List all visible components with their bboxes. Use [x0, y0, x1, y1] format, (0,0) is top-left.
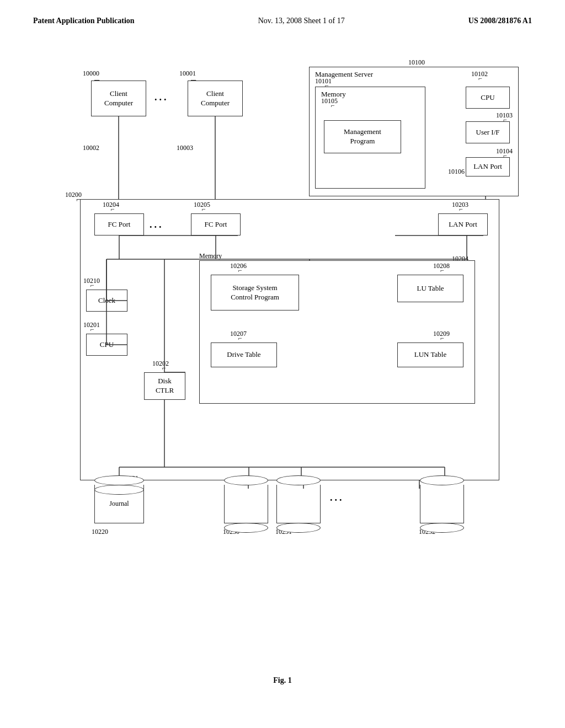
- drive-table-box: Drive Table: [211, 342, 277, 367]
- header-center: Nov. 13, 2008 Sheet 1 of 17: [258, 17, 345, 25]
- ref-10220: 10220: [92, 528, 108, 536]
- ref-10002: 10002: [83, 144, 99, 152]
- page-header: Patent Application Publication Nov. 13, …: [33, 17, 532, 25]
- disk-ctlr-box: Disk CTLR: [144, 372, 185, 400]
- journal-cylinder: Journal: [94, 475, 144, 495]
- storage-control-box: Storage System Control Program: [211, 275, 299, 311]
- cpu-ss-box: CPU: [86, 334, 127, 356]
- user-if-box: User I/F: [466, 121, 510, 143]
- lan-port-ms-box: LAN Port: [466, 157, 510, 176]
- diagram-area: 10000 ⌐ Client Computer ... 10001 ⌐ Clie…: [33, 36, 532, 671]
- ref-10202: 10202: [152, 360, 169, 368]
- clock-box: Clock: [86, 290, 127, 312]
- ref-10100: 10100: [408, 58, 425, 67]
- page: Patent Application Publication Nov. 13, …: [0, 0, 565, 728]
- memory-ss-box: 10206 ⌐ Storage System Control Program 1…: [199, 260, 475, 404]
- client-computer-1: Client Computer: [91, 81, 146, 116]
- ref-10106: 10106: [448, 168, 465, 176]
- figure-caption: Fig. 1: [33, 676, 532, 685]
- lu-table-box: LU Table: [397, 275, 463, 302]
- disk-10230: [224, 475, 268, 533]
- storage-system-box: 10204 ⌐ FC Port ... 10205 ⌐ FC Port 1020…: [80, 199, 499, 480]
- dots-fc-ports: ...: [150, 219, 164, 231]
- memory-management-box: Memory 10105 ⌐ Management Program: [315, 87, 425, 189]
- lan-port-ss-box: LAN Port: [438, 213, 488, 235]
- header-left: Patent Application Publication: [33, 17, 135, 25]
- ref-10105: 10105: [321, 97, 338, 105]
- disk-10232: [420, 475, 464, 533]
- fc-port-2-box: FC Port: [191, 213, 241, 235]
- fc-port-1-box: FC Port: [94, 213, 144, 235]
- management-program-box: Management Program: [324, 120, 401, 153]
- dots-between-clients: ...: [154, 92, 169, 103]
- dots-disks: ...: [330, 492, 344, 504]
- ref-10101: 10101: [315, 77, 332, 85]
- cpu-ms-box: CPU: [466, 87, 510, 109]
- lun-table-box: LUN Table: [397, 342, 463, 367]
- ref-10003: 10003: [177, 144, 193, 152]
- header-right: US 2008/281876 A1: [468, 17, 532, 25]
- ref-memory-area: Memory: [199, 252, 222, 260]
- management-server-box: Management Server 10101 ⌐ Memory 10105 ⌐…: [309, 67, 519, 196]
- client-computer-2: Client Computer: [188, 81, 243, 116]
- disk-10231: [276, 475, 321, 533]
